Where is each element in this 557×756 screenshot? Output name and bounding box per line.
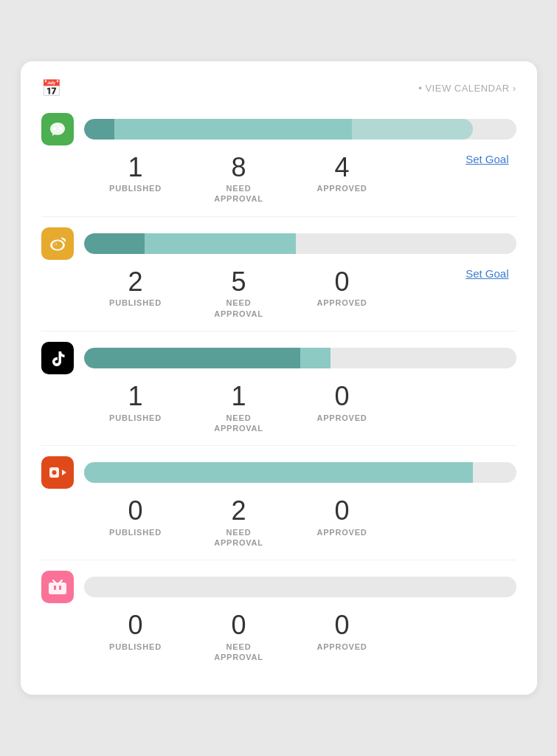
svg-point-5 — [55, 244, 55, 244]
wechat-set-goal-link[interactable]: Set Goal — [466, 153, 516, 165]
svg-point-7 — [52, 470, 56, 475]
section-divider — [41, 560, 516, 560]
kuaishou-need-approval-number: 2 — [187, 496, 291, 526]
svg-marker-8 — [62, 470, 66, 475]
tiktok-icon — [41, 342, 74, 374]
platform-section-tiktok: 1PUBLISHED1NEEDAPPROVAL0APPROVED — [41, 342, 516, 446]
bilibili-approved-label: APPROVED — [291, 642, 394, 652]
weibo-need-approval-label: NEEDAPPROVAL — [187, 298, 291, 319]
tiktok-need-approval-stat: 1NEEDAPPROVAL — [187, 382, 291, 433]
tiktok-need-approval-number: 1 — [187, 382, 291, 411]
wechat-need-approval-stat: 8NEEDAPPROVAL — [187, 153, 291, 205]
platform-row-tiktok — [41, 342, 516, 374]
wechat-need-approval-label: NEEDAPPROVAL — [187, 183, 291, 205]
tiktok-approved-number: 0 — [291, 382, 394, 411]
section-divider — [41, 216, 516, 217]
platform-section-weibo: 2PUBLISHED5NEEDAPPROVAL0APPROVEDSet Goal — [41, 227, 516, 331]
svg-line-13 — [60, 580, 62, 583]
wechat-stats-row: 1PUBLISHED8NEEDAPPROVAL4APPROVEDSet Goal — [84, 153, 516, 205]
weibo-need-approval-number: 5 — [187, 267, 291, 297]
bilibili-need-approval-label: NEEDAPPROVAL — [187, 642, 291, 663]
svg-rect-11 — [59, 585, 61, 590]
header-right: • VIEW CALENDAR › — [418, 83, 516, 94]
tiktok-need-approval-label: NEEDAPPROVAL — [187, 413, 291, 434]
bilibili-published-label: PUBLISHED — [84, 642, 187, 652]
kuaishou-published-label: PUBLISHED — [84, 527, 187, 537]
wechat-icon — [41, 113, 74, 145]
weibo-approved-label: APPROVED — [291, 298, 394, 308]
svg-point-3 — [52, 241, 63, 249]
wechat-need-approval-number: 8 — [187, 153, 291, 182]
planning-card: 📅 • VIEW CALENDAR › 1PUBLISHED8NEEDAPPRO… — [21, 61, 537, 695]
platform-row-wechat — [41, 113, 516, 145]
header-left: 📅 — [41, 79, 69, 98]
weibo-published-stat: 2PUBLISHED — [84, 267, 187, 319]
wechat-progress-bar — [84, 119, 516, 140]
section-divider — [41, 445, 516, 446]
kuaishou-approved-stat: 0APPROVED — [291, 496, 394, 548]
kuaishou-stats-row: 0PUBLISHED2NEEDAPPROVAL0APPROVED — [84, 496, 516, 548]
tiktok-published-number: 1 — [84, 382, 187, 411]
bilibili-icon — [41, 571, 74, 603]
bilibili-stats-row: 0PUBLISHED0NEEDAPPROVAL0APPROVED — [84, 611, 516, 662]
bilibili-approved-stat: 0APPROVED — [291, 611, 394, 662]
tiktok-published-stat: 1PUBLISHED — [84, 382, 187, 433]
svg-line-12 — [53, 580, 55, 583]
calendar-icon: 📅 — [41, 79, 61, 98]
wechat-published-stat: 1PUBLISHED — [84, 153, 187, 205]
weibo-published-label: PUBLISHED — [84, 298, 187, 308]
view-calendar-link[interactable]: VIEW CALENDAR › — [425, 83, 516, 94]
kuaishou-approved-label: APPROVED — [291, 527, 394, 537]
wechat-approved-label: APPROVED — [291, 183, 394, 193]
bilibili-need-approval-stat: 0NEEDAPPROVAL — [187, 611, 291, 662]
svg-rect-10 — [54, 585, 56, 590]
tiktok-progress-bar — [84, 348, 516, 368]
kuaishou-approved-number: 0 — [291, 496, 394, 526]
bilibili-published-stat: 0PUBLISHED — [84, 611, 187, 662]
kuaishou-icon — [41, 456, 74, 489]
bilibili-need-approval-number: 0 — [187, 611, 291, 640]
card-header: 📅 • VIEW CALENDAR › — [41, 79, 516, 98]
weibo-progress-bar — [84, 233, 516, 254]
platform-section-kuaishou: 0PUBLISHED2NEEDAPPROVAL0APPROVED — [41, 456, 516, 560]
platform-section-bilibili: 0PUBLISHED0NEEDAPPROVAL0APPROVED — [41, 571, 516, 662]
weibo-approved-stat: 0APPROVED — [291, 267, 394, 319]
wechat-published-number: 1 — [84, 153, 187, 182]
bilibili-published-number: 0 — [84, 611, 187, 640]
kuaishou-published-number: 0 — [84, 496, 187, 526]
kuaishou-progress-bar — [84, 462, 516, 483]
wechat-approved-number: 4 — [291, 153, 394, 182]
section-divider — [41, 331, 516, 331]
tiktok-approved-label: APPROVED — [291, 413, 394, 423]
weibo-approved-number: 0 — [291, 267, 394, 297]
bilibili-approved-number: 0 — [291, 611, 394, 640]
platform-row-weibo — [41, 227, 516, 260]
svg-rect-9 — [49, 583, 66, 594]
platform-row-bilibili — [41, 571, 516, 603]
kuaishou-need-approval-stat: 2NEEDAPPROVAL — [187, 496, 291, 548]
weibo-set-goal-link[interactable]: Set Goal — [466, 267, 516, 280]
tiktok-stats-row: 1PUBLISHED1NEEDAPPROVAL0APPROVED — [84, 382, 516, 433]
weibo-published-number: 2 — [84, 267, 187, 297]
platform-row-kuaishou — [41, 456, 516, 489]
weibo-icon — [41, 227, 74, 260]
wechat-approved-stat: 4APPROVED — [291, 153, 394, 205]
tiktok-published-label: PUBLISHED — [84, 413, 187, 423]
platform-section-wechat: 1PUBLISHED8NEEDAPPROVAL4APPROVEDSet Goal — [41, 113, 516, 217]
kuaishou-need-approval-label: NEEDAPPROVAL — [187, 527, 291, 549]
tiktok-approved-stat: 0APPROVED — [291, 382, 394, 433]
weibo-need-approval-stat: 5NEEDAPPROVAL — [187, 267, 291, 319]
bilibili-progress-bar — [84, 577, 516, 597]
kuaishou-published-stat: 0PUBLISHED — [84, 496, 187, 548]
weibo-stats-row: 2PUBLISHED5NEEDAPPROVAL0APPROVEDSet Goal — [84, 267, 516, 319]
wechat-published-label: PUBLISHED — [84, 183, 187, 193]
platforms-container: 1PUBLISHED8NEEDAPPROVAL4APPROVEDSet Goal… — [41, 113, 516, 663]
